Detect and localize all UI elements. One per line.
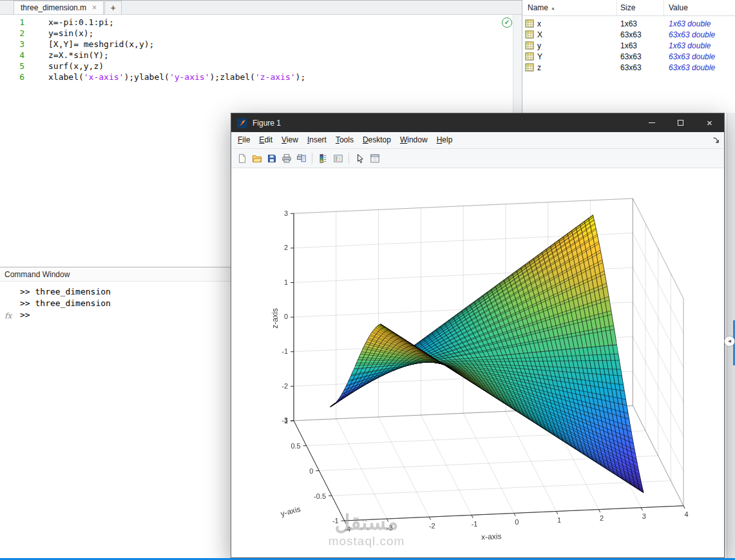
code-fragment: z=X.*sin(Y); (48, 50, 109, 60)
variable-size-cell: 1x63 (617, 41, 664, 50)
variable-name: y (537, 41, 541, 50)
code-fragment: );ylabel( (124, 72, 169, 82)
dock-figure-arrow-icon[interactable] (712, 132, 724, 148)
code-string-literal: 'z-axis' (255, 72, 296, 82)
editor-tab-three-dimension[interactable]: three_dimension.m × (14, 1, 104, 14)
property-inspector-icon[interactable] (367, 151, 382, 166)
menu-help[interactable]: Help (432, 132, 457, 148)
code-string-literal: 'x-axis' (84, 72, 124, 82)
code-text: y=sin(x); (24, 28, 93, 39)
variable-grid-icon (525, 63, 534, 72)
variable-size-cell: 63x63 (617, 63, 664, 72)
workspace-row[interactable]: z63x6363x63 double (522, 62, 735, 73)
line-number: 5 (0, 61, 24, 72)
figure-titlebar[interactable]: Figure 1 × (231, 113, 724, 132)
workspace-row[interactable]: y1x631x63 double (522, 40, 735, 51)
figure-window: Figure 1 × FileEditViewInsertToolsDeskto… (231, 113, 725, 558)
column-name-label: Name (528, 3, 548, 12)
code-fragment: );zlabel( (210, 72, 255, 82)
variable-name: X (537, 30, 542, 39)
code-fragment: y=sin(x); (48, 28, 93, 38)
code-fragment: xlabel( (48, 72, 84, 82)
line-number: 4 (0, 50, 24, 61)
editor-tabbar: three_dimension.m × + (0, 0, 522, 15)
new-tab-button[interactable]: + (104, 1, 122, 14)
insert-colorbar-icon[interactable] (316, 151, 330, 166)
menu-desktop[interactable]: Desktop (358, 132, 396, 148)
print-icon[interactable] (279, 151, 294, 166)
editor-tab-title: three_dimension.m (21, 3, 86, 12)
variable-value-cell: 63x63 double (664, 63, 735, 72)
maximize-button[interactable] (666, 113, 695, 132)
code-analyzer-indicator[interactable]: ✓ (502, 17, 512, 28)
line-number: 1 (0, 17, 24, 28)
matlab-desktop: three_dimension.m × + 1x=-pi:0.1:pi;2y=s… (0, 0, 735, 560)
variable-size-cell: 1x63 (617, 19, 664, 28)
code-text: surf(x,y,z) (24, 61, 104, 72)
code-text: xlabel('x-axis');ylabel('y-axis');zlabel… (24, 72, 305, 82)
variable-name-cell: z (522, 63, 617, 72)
command-prompt: >> (20, 310, 30, 320)
workspace-row[interactable]: X63x6363x63 double (522, 29, 735, 40)
insert-legend-icon[interactable] (330, 151, 345, 166)
variable-grid-icon (525, 30, 534, 39)
minimize-icon (649, 122, 655, 123)
code-line: 1x=-pi:0.1:pi; (0, 17, 513, 28)
toolbar-separator (312, 153, 312, 164)
figure-plot-canvas[interactable] (231, 168, 724, 557)
workspace-row[interactable]: Y63x6363x63 double (522, 51, 735, 62)
line-number: 3 (0, 39, 24, 50)
code-line: 3[X,Y]= meshgrid(x,y); (0, 39, 513, 50)
variable-size-cell: 63x63 (617, 30, 664, 39)
figure-menubar: FileEditViewInsertToolsDesktopWindowHelp (231, 132, 724, 149)
variable-name-cell: Y (522, 52, 617, 61)
figure-toolbar (231, 149, 724, 168)
open-icon[interactable] (249, 151, 264, 166)
column-header-size[interactable]: Size (617, 0, 664, 15)
variable-grid-icon (525, 52, 534, 61)
variable-name: z (537, 63, 541, 72)
code-fragment: [X,Y]= meshgrid(x,y); (48, 39, 154, 49)
variable-value-cell: 63x63 double (664, 30, 735, 39)
menu-view[interactable]: View (277, 132, 303, 148)
variable-name-cell: X (522, 30, 617, 39)
workspace-row[interactable]: x1x631x63 double (522, 18, 735, 29)
fx-indicator: fx (5, 310, 12, 322)
code-text: [X,Y]= meshgrid(x,y); (24, 39, 154, 50)
variable-name: x (537, 19, 541, 28)
close-button[interactable]: × (695, 113, 724, 132)
figure-plot-area: مستقل mostaql.com (231, 168, 724, 557)
print-preview-icon[interactable] (294, 151, 309, 166)
code-fragment: surf(x,y,z) (48, 61, 104, 71)
column-size-label: Size (620, 3, 635, 12)
column-value-label: Value (669, 3, 688, 12)
menu-insert[interactable]: Insert (303, 132, 331, 148)
variable-value-cell: 63x63 double (664, 52, 735, 61)
variable-name-cell: y (522, 41, 617, 50)
variable-name-cell: x (522, 19, 617, 28)
tab-close-icon[interactable]: × (92, 3, 97, 12)
sort-ascending-icon: ▲ (551, 6, 555, 10)
sidebar-collapse-button[interactable]: ◄ (724, 336, 735, 347)
minimize-button[interactable] (637, 113, 666, 132)
edit-plot-icon[interactable] (352, 151, 367, 166)
menu-edit[interactable]: Edit (254, 132, 277, 148)
line-number: 2 (0, 28, 24, 39)
code-line: 5surf(x,y,z) (0, 61, 513, 72)
toolbar-separator (348, 153, 349, 164)
variable-name: Y (537, 52, 542, 61)
variable-value-cell: 1x63 double (664, 19, 735, 28)
code-string-literal: 'y-axis' (169, 72, 210, 82)
column-header-name[interactable]: Name ▲ (522, 0, 617, 15)
code-text: z=X.*sin(Y); (24, 50, 109, 61)
command-window-title: Command Window (5, 270, 70, 279)
new-script-icon[interactable] (234, 151, 249, 166)
variable-value-cell: 1x63 double (664, 41, 735, 50)
code-line: 2y=sin(x); (0, 28, 513, 39)
menu-file[interactable]: File (233, 132, 254, 148)
workspace-rows: x1x631x63 doubleX63x6363x63 doubley1x631… (522, 16, 735, 73)
menu-window[interactable]: Window (396, 132, 432, 148)
menu-tools[interactable]: Tools (331, 132, 358, 148)
column-header-value[interactable]: Value (664, 0, 735, 15)
save-icon[interactable] (264, 151, 279, 166)
